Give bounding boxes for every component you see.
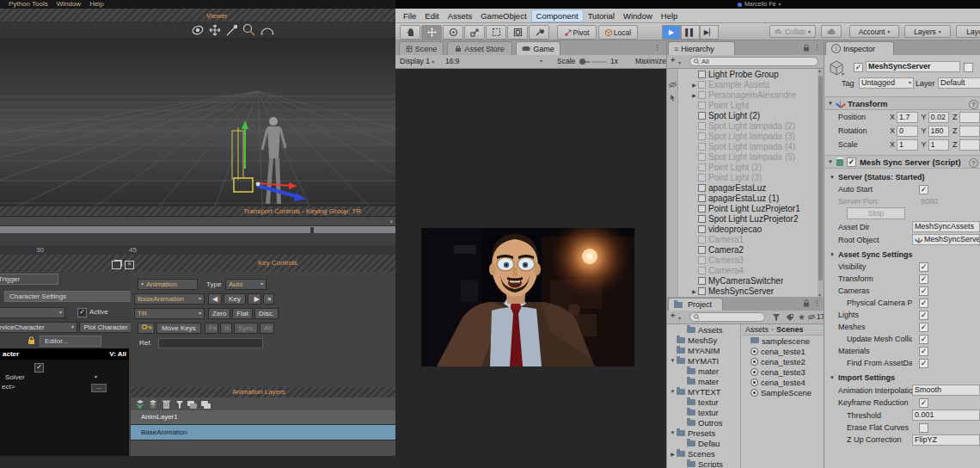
expand-arrow-icon[interactable] xyxy=(690,92,698,98)
project-tree-item[interactable]: mater xyxy=(667,366,740,376)
project-tree-item[interactable]: MYTEXT xyxy=(667,386,740,397)
hierarchy-item[interactable]: Point Light (3) xyxy=(678,172,818,182)
chevron-down-icon[interactable]: ▾ xyxy=(842,71,844,77)
setting-checkbox[interactable] xyxy=(919,323,928,332)
asset-sync-settings-header[interactable]: ▼ Asset Sync Settings xyxy=(824,249,980,261)
y-field[interactable]: 180 xyxy=(928,126,949,137)
orbit-tool-icon[interactable] xyxy=(192,25,204,36)
browse-button[interactable]: ... xyxy=(91,384,107,392)
active-checkbox[interactable] xyxy=(77,308,87,317)
asset-dir-field[interactable]: MeshSyncAssets xyxy=(912,221,980,232)
project-tree-item[interactable]: Outros xyxy=(667,417,740,428)
character-active-checkbox[interactable] xyxy=(34,363,44,373)
tab-asset-store[interactable]: Asset Store xyxy=(447,41,512,55)
animation-layer-row[interactable]: AnimLayer1 xyxy=(131,410,395,425)
hidden-packages-count[interactable]: 17 xyxy=(807,312,824,321)
project-tree-item[interactable]: MeshSy xyxy=(667,335,740,345)
project-tree-item[interactable]: Scripts xyxy=(667,459,740,467)
ik-button[interactable]: IK xyxy=(220,323,232,334)
plot-character-button[interactable]: Plot Character xyxy=(79,322,131,333)
name-field[interactable]: MeshSyncServer xyxy=(866,61,960,72)
scale-slider-rest[interactable] xyxy=(591,61,607,63)
character-dropdown[interactable]: ▾ er xyxy=(0,307,65,318)
maximize-on-play-toggle[interactable]: Maximize On Play xyxy=(635,55,666,68)
transform-header[interactable]: ▼ Transform ? xyxy=(824,96,980,110)
ref-field[interactable] xyxy=(158,338,263,348)
move-tool-button[interactable] xyxy=(421,25,442,40)
hierarchy-item[interactable]: apagarEstaLuz (1) xyxy=(678,193,818,203)
chevron-down-icon[interactable]: ▾ xyxy=(678,315,681,321)
hierarchy-item[interactable]: Point Light xyxy=(678,100,818,110)
aspect-ratio-dropdown[interactable]: 16:9 xyxy=(445,55,460,68)
create-button[interactable]: + xyxy=(671,56,675,65)
project-tree-item[interactable]: Assets xyxy=(667,324,740,335)
z-field[interactable] xyxy=(959,126,980,137)
delete-key-button[interactable]: × xyxy=(263,293,274,305)
tag-dropdown[interactable]: Untagged▾ xyxy=(859,77,914,89)
hierarchy-item[interactable]: PersonagemAlexandre xyxy=(678,89,818,100)
x-field[interactable]: 1 xyxy=(897,139,917,151)
x-field[interactable]: 1.7 xyxy=(897,112,917,123)
project-file-item[interactable]: cena_teste2 xyxy=(742,356,824,366)
animation-layer-dropdown[interactable]: ▾ BaseAnimation xyxy=(134,293,205,305)
hierarchy-item[interactable]: Example Assets xyxy=(678,79,818,89)
chevron-down-icon[interactable]: ▾ xyxy=(678,59,681,65)
static-checkbox[interactable] xyxy=(964,63,973,72)
project-tree-item[interactable]: MYANIM xyxy=(667,345,740,355)
project-file-item[interactable]: SampleScene xyxy=(742,387,824,397)
project-file-item[interactable]: cena_teste4 xyxy=(742,377,824,387)
search-by-type-icon[interactable] xyxy=(772,313,781,322)
pause-button[interactable]: ▌▌ xyxy=(681,25,700,40)
tab-inspector[interactable]: i Inspector xyxy=(825,41,894,55)
hierarchy-item[interactable]: Spot Light lampada (5) xyxy=(678,151,818,162)
animation-menu[interactable]: ▾ Animation xyxy=(138,279,198,290)
expand-arrow-icon[interactable] xyxy=(690,288,698,294)
auto-start-checkbox[interactable] xyxy=(919,185,928,194)
setting-checkbox[interactable] xyxy=(919,274,928,284)
filter-layer-icon[interactable] xyxy=(176,401,183,409)
chevron-down-icon[interactable]: ▾ xyxy=(540,55,542,68)
setting-checkbox[interactable] xyxy=(919,335,928,344)
breadcrumb-root[interactable]: Assets xyxy=(745,325,769,334)
discontinuity-button[interactable]: Disc. xyxy=(254,308,279,319)
setting-checkbox[interactable] xyxy=(919,311,928,320)
hierarchy-item[interactable]: Spot Light lampada (2) xyxy=(678,120,818,131)
cloud-button[interactable] xyxy=(821,25,842,38)
layer-dropdown[interactable]: Default xyxy=(938,77,980,89)
y-field[interactable]: 1 xyxy=(928,139,949,151)
expand-arrow-icon[interactable] xyxy=(669,389,677,394)
server-status-header[interactable]: ▼ Server (Status: Started) xyxy=(824,171,980,183)
fk-button[interactable]: FK xyxy=(205,323,218,334)
scene-visibility-icon[interactable] xyxy=(668,81,677,89)
erase-flat-curves-checkbox[interactable] xyxy=(919,423,928,433)
menu-item[interactable]: Assets xyxy=(444,10,477,22)
active-checkbox[interactable] xyxy=(854,63,863,72)
custom-tool-button[interactable] xyxy=(529,25,549,40)
chevron-down-icon[interactable]: ▾ xyxy=(95,373,97,379)
account-user-chip[interactable]: Marcello Fe ▾ xyxy=(738,0,781,9)
project-tree-item[interactable]: textur xyxy=(667,407,740,417)
pan-tool-icon[interactable] xyxy=(210,25,220,35)
mb-timeline-slider[interactable] xyxy=(0,225,395,233)
duplicate-layer-icon[interactable] xyxy=(150,400,156,409)
scale-tool-button[interactable] xyxy=(464,25,485,40)
hierarchy-item[interactable]: Point Light (2) xyxy=(678,162,818,172)
menu-item[interactable]: Edit xyxy=(420,10,443,22)
set-key-button[interactable]: Key xyxy=(224,293,246,305)
solver-row[interactable]: Solver xyxy=(5,373,25,381)
tab-menu-icon[interactable]: ⋮ xyxy=(653,43,661,52)
next-key-button[interactable]: •▶ xyxy=(248,293,261,305)
add-layer-icon[interactable] xyxy=(137,400,144,410)
sync-button[interactable]: Sync xyxy=(234,323,258,334)
hierarchy-item[interactable]: Light Probe Group xyxy=(678,69,818,79)
mb-timeline-track[interactable]: ▾ xyxy=(0,216,395,225)
step-button[interactable]: ▶▏ xyxy=(700,25,719,40)
component-enabled-checkbox[interactable] xyxy=(847,157,856,167)
display-dropdown[interactable]: Display 1 ▾ xyxy=(400,55,434,69)
tab-trigger[interactable]: Trigger xyxy=(0,274,58,285)
project-file-item[interactable]: cena_teste3 xyxy=(742,366,824,377)
setting-checkbox[interactable] xyxy=(919,286,928,296)
expand-arrow-icon[interactable] xyxy=(690,82,698,88)
key-icon[interactable] xyxy=(138,323,155,334)
setting-checkbox[interactable] xyxy=(919,347,928,356)
